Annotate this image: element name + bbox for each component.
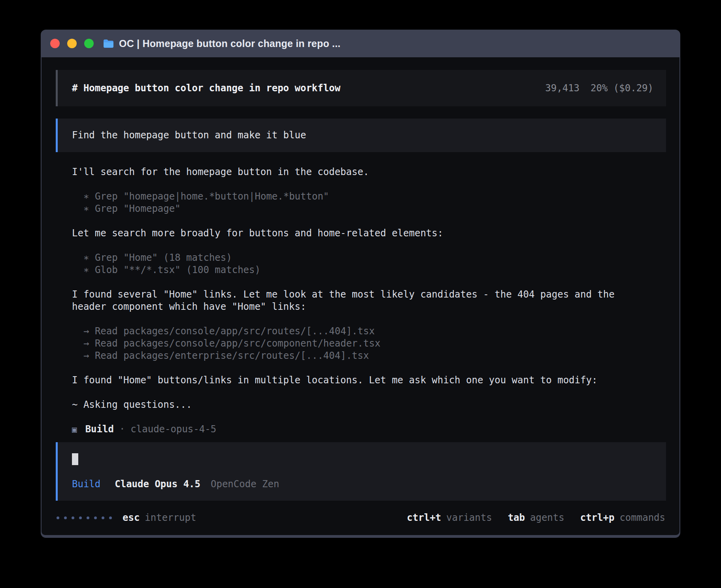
terminal-body: # Homepage button color change in repo w… [42,57,679,535]
user-message-text: Find the homepage button and make it blu… [72,130,306,141]
agent-name: Build [85,424,114,435]
separator-dot: · [119,424,125,435]
agent-model: claude-opus-4-5 [130,424,216,435]
agent-status-icon: ▣ [72,425,77,434]
session-meta: 39,413 20% ($0.29) [545,82,653,94]
minimize-button[interactable] [67,39,77,48]
shortcut-interrupt: esc interrupt [123,512,196,524]
shortcut-key: esc [123,512,140,524]
status-right: ctrl+t variants tab agents ctrl+p comman… [407,512,665,524]
shortcut-label: commands [619,512,665,524]
assistant-text: I found several "Home" links. Let me loo… [72,288,625,313]
progress-dots [57,516,112,519]
shortcut-variants: ctrl+t variants [407,512,492,524]
shortcut-commands: ctrl+p commands [580,512,665,524]
assistant-text: I found "Home" buttons/links in multiple… [72,374,625,386]
asking-questions-status: ~ Asking questions... [72,399,625,411]
window-title-area: OC | Homepage button color change in rep… [103,38,340,49]
shortcut-agents: tab agents [508,512,564,524]
agent-mode-label: Build [72,478,100,490]
tool-call-glob: ∗ Glob "**/*.tsx" (100 matches) [72,264,666,276]
folder-icon [103,39,114,48]
tool-call-read: → Read packages/console/app/src/routes/[… [72,325,666,337]
zoom-button[interactable] [84,39,94,48]
assistant-text: Let me search more broadly for buttons a… [72,227,625,239]
tool-call-grep: ∗ Grep "Homepage" [72,203,666,215]
provider-name: OpenCode Zen [211,478,279,490]
status-bar: esc interrupt ctrl+t variants tab agents… [56,512,666,524]
prompt-input[interactable]: Build Claude Opus 4.5 OpenCode Zen [56,442,666,501]
user-message: Find the homepage button and make it blu… [56,119,666,152]
tool-call-read: → Read packages/enterprise/src/routes/[.… [72,350,666,362]
traffic-lights [50,39,94,48]
conversation: I'll search for the homepage button in t… [56,166,666,436]
assistant-text: I'll search for the homepage button in t… [72,166,625,178]
model-name: Claude Opus 4.5 [115,478,200,490]
text-cursor [72,453,78,465]
session-title: # Homepage button color change in repo w… [72,82,340,94]
shortcut-label: variants [446,512,492,524]
tool-call-grep: ∗ Grep "Home" (18 matches) [72,252,666,264]
tool-call-read: → Read packages/console/app/src/componen… [72,337,666,350]
tool-call-grep: ∗ Grep "homepage|home.*button|Home.*butt… [72,190,666,203]
agent-status-line: ▣Build·claude-opus-4-5 [72,423,666,436]
status-left: esc interrupt [57,512,196,524]
window-titlebar[interactable]: OC | Homepage button color change in rep… [42,30,679,57]
terminal-window: OC | Homepage button color change in rep… [41,30,680,538]
shortcut-key: tab [508,512,525,524]
close-button[interactable] [50,39,60,48]
shortcut-label: interrupt [145,512,196,524]
token-count: 39,413 [545,82,579,94]
window-title: OC | Homepage button color change in rep… [119,38,340,49]
shortcut-key: ctrl+p [580,512,615,524]
model-row: Build Claude Opus 4.5 OpenCode Zen [72,478,653,490]
shortcut-key: ctrl+t [407,512,441,524]
context-usage: 20% ($0.29) [591,82,653,94]
session-header: # Homepage button color change in repo w… [56,70,666,106]
shortcut-label: agents [530,512,564,524]
